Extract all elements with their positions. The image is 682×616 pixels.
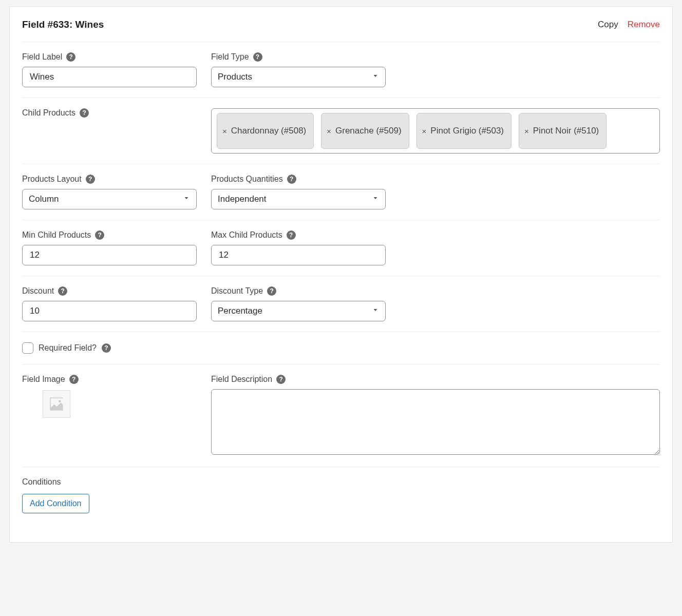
min-child-input-wrap <box>22 245 197 265</box>
discount-type-label: Discount Type <box>211 286 263 296</box>
required-checkbox[interactable] <box>22 342 33 354</box>
product-tag-label: Chardonnay (#508) <box>231 126 306 136</box>
image-icon <box>47 394 66 414</box>
remove-link[interactable]: Remove <box>628 20 660 30</box>
help-icon[interactable]: ? <box>95 230 104 240</box>
required-label: Required Field? <box>39 343 97 353</box>
discount-type-select[interactable]: Percentage <box>211 301 386 321</box>
chevron-down-icon <box>183 194 190 204</box>
field-type-value: Products <box>218 72 252 82</box>
product-tag-label: Pinot Noir (#510) <box>533 126 599 136</box>
help-icon[interactable]: ? <box>287 175 296 184</box>
product-tag-label: Pinot Grigio (#503) <box>430 126 504 136</box>
products-layout-value: Column <box>29 194 59 204</box>
field-description-label: Field Description <box>211 375 272 384</box>
max-child-input-wrap <box>211 245 386 265</box>
products-quantities-value: Independent <box>218 194 267 204</box>
chevron-down-icon <box>372 194 379 204</box>
help-icon[interactable]: ? <box>86 175 95 184</box>
help-icon[interactable]: ? <box>80 108 89 118</box>
help-icon[interactable]: ? <box>66 52 75 62</box>
products-layout-select[interactable]: Column <box>22 189 197 209</box>
field-description-textarea[interactable] <box>211 389 660 455</box>
help-icon[interactable]: ? <box>287 230 296 240</box>
chevron-down-icon <box>372 72 379 82</box>
chevron-down-icon <box>372 306 379 316</box>
field-card: Field #633: Wines Copy Remove Field Labe… <box>9 6 673 543</box>
discount-input[interactable] <box>29 305 190 317</box>
help-icon[interactable]: ? <box>69 375 79 384</box>
product-tag[interactable]: × Pinot Grigio (#503) <box>416 113 511 149</box>
product-tag[interactable]: × Pinot Noir (#510) <box>519 113 607 149</box>
close-icon[interactable]: × <box>422 127 427 135</box>
field-label-input[interactable] <box>29 71 190 83</box>
product-tag-label: Grenache (#509) <box>335 126 402 136</box>
discount-type-value: Percentage <box>218 306 262 316</box>
copy-link[interactable]: Copy <box>598 20 618 30</box>
products-layout-label: Products Layout <box>22 175 82 184</box>
products-quantities-select[interactable]: Independent <box>211 189 386 209</box>
help-icon[interactable]: ? <box>102 343 111 353</box>
discount-label: Discount <box>22 286 54 296</box>
card-actions: Copy Remove <box>598 20 660 30</box>
discount-input-wrap <box>22 301 197 321</box>
close-icon[interactable]: × <box>327 127 331 135</box>
field-type-label: Field Type <box>211 52 249 62</box>
close-icon[interactable]: × <box>524 127 529 135</box>
card-title: Field #633: Wines <box>22 19 104 30</box>
card-header: Field #633: Wines Copy Remove <box>22 16 660 42</box>
min-child-label: Min Child Products <box>22 230 91 240</box>
field-type-select[interactable]: Products <box>211 67 386 87</box>
help-icon[interactable]: ? <box>58 286 67 296</box>
min-child-input[interactable] <box>29 249 190 261</box>
help-icon[interactable]: ? <box>276 375 286 384</box>
field-image-label: Field Image <box>22 375 65 384</box>
product-tag[interactable]: × Grenache (#509) <box>321 113 409 149</box>
max-child-label: Max Child Products <box>211 230 282 240</box>
help-icon[interactable]: ? <box>253 52 262 62</box>
field-label-label: Field Label <box>22 52 62 62</box>
help-icon[interactable]: ? <box>267 286 276 296</box>
add-condition-button[interactable]: Add Condition <box>22 494 89 513</box>
conditions-label: Conditions <box>22 477 660 487</box>
close-icon[interactable]: × <box>222 127 227 135</box>
child-products-label: Child Products <box>22 108 75 118</box>
field-image-placeholder[interactable] <box>43 390 70 418</box>
product-tag[interactable]: × Chardonnay (#508) <box>217 113 314 149</box>
field-label-input-wrap <box>22 67 197 87</box>
max-child-input[interactable] <box>218 249 379 261</box>
products-quantities-label: Products Quantities <box>211 175 283 184</box>
child-products-tagbox[interactable]: × Chardonnay (#508) × Grenache (#509) × … <box>211 108 660 153</box>
